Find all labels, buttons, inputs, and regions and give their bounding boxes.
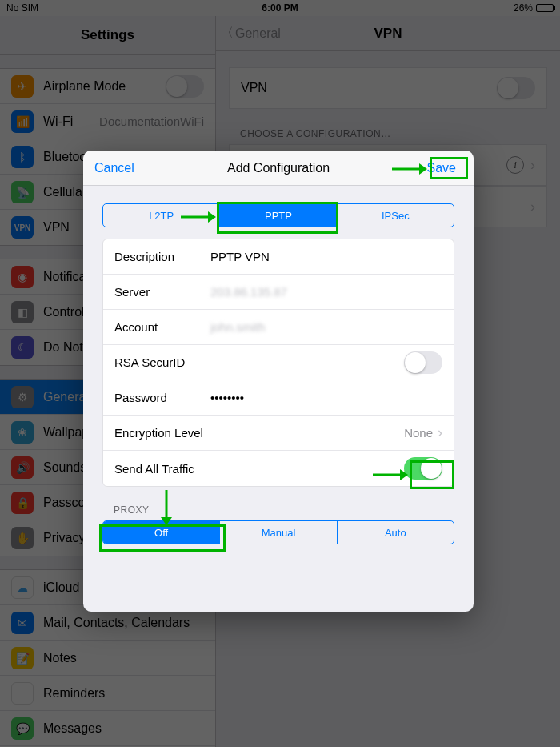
vpn-type-segmented[interactable]: L2TP PPTP IPSec [102, 203, 454, 227]
seg-pptp[interactable]: PPTP [219, 204, 336, 227]
seg-ipsec[interactable]: IPSec [337, 204, 454, 227]
password-row[interactable]: Password•••••••• [103, 380, 454, 416]
modal-header: Cancel Add Configuration Save [83, 151, 474, 186]
proxy-manual[interactable]: Manual [219, 521, 336, 544]
proxy-segmented[interactable]: Off Manual Auto [102, 520, 454, 544]
save-button[interactable]: Save [421, 159, 462, 178]
rsa-toggle[interactable] [404, 351, 442, 374]
send-all-traffic-row: Send All Traffic [103, 451, 454, 486]
encryption-row[interactable]: Encryption LevelNone› [103, 416, 454, 451]
account-field[interactable]: john.smith [210, 320, 265, 334]
password-field[interactable]: •••••••• [210, 391, 244, 404]
server-row[interactable]: Server203.86.135.87 [103, 275, 454, 310]
proxy-auto[interactable]: Auto [337, 521, 454, 544]
vpn-form: DescriptionPPTP VPN Server203.86.135.87 … [102, 239, 454, 487]
add-configuration-modal: Cancel Add Configuration Save L2TP PPTP … [83, 151, 474, 612]
description-field[interactable]: PPTP VPN [210, 250, 270, 263]
send-all-traffic-toggle[interactable] [404, 457, 442, 480]
cancel-button[interactable]: Cancel [94, 161, 134, 175]
chevron-right-icon: › [438, 424, 442, 441]
proxy-off[interactable]: Off [103, 521, 219, 544]
proxy-section-label: PROXY [114, 504, 474, 516]
modal-title: Add Configuration [227, 161, 330, 175]
rsa-row: RSA SecurID [103, 345, 454, 380]
server-field[interactable]: 203.86.135.87 [210, 285, 287, 299]
description-row[interactable]: DescriptionPPTP VPN [103, 239, 454, 275]
account-row[interactable]: Accountjohn.smith [103, 310, 454, 345]
seg-l2tp[interactable]: L2TP [103, 204, 219, 227]
